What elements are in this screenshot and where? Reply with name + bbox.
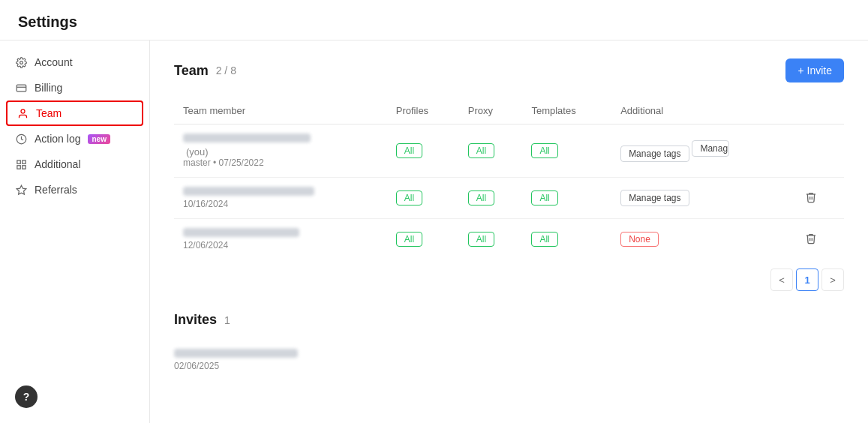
svg-rect-9 <box>22 165 25 168</box>
templates-tag: All <box>531 143 557 158</box>
page-header: Settings <box>0 0 868 40</box>
sidebar-item-action-log-label: Action log <box>35 133 80 145</box>
team-count: 2 / 8 <box>216 64 236 76</box>
sidebar-item-additional[interactable]: Additional <box>0 152 149 177</box>
sidebar-item-team-label: Team <box>36 107 62 119</box>
invite-name-blurred <box>174 349 298 358</box>
col-actions <box>793 98 844 124</box>
member-additional: Manage tags <box>611 178 792 219</box>
svg-rect-10 <box>17 165 20 168</box>
invites-section: Invites 1 02/06/2025 <box>174 312 844 380</box>
star-icon <box>15 184 27 196</box>
member-meta: master • 07/25/2022 <box>183 158 378 168</box>
member-date: 12/06/2024 <box>183 240 228 250</box>
billing-icon <box>15 82 27 94</box>
templates-tag: All <box>531 232 557 247</box>
team-section-header: Team 2 / 8 + Invite <box>174 58 844 82</box>
additional-manage-tags[interactable]: Manage tags <box>620 146 689 162</box>
member-meta: 12/06/2024 <box>183 240 378 250</box>
col-team-member: Team member <box>174 98 387 124</box>
main-content: Team 2 / 8 + Invite Team member Profiles… <box>150 40 868 423</box>
table-row: 10/16/2024 All All All Manage tags <box>174 178 844 219</box>
member-profiles: All <box>387 178 459 219</box>
member-profiles: All <box>387 219 459 260</box>
delete-member-button[interactable] <box>802 188 820 208</box>
proxy-tag: All <box>468 143 494 158</box>
member-info: 10/16/2024 <box>183 187 378 209</box>
profiles-tag: All <box>396 143 422 158</box>
proxy-tag: All <box>468 232 494 247</box>
pagination: < 1 > <box>174 268 844 291</box>
sidebar-item-additional-label: Additional <box>35 158 81 170</box>
team-title: Team <box>174 63 209 79</box>
team-section-title: Team 2 / 8 <box>174 63 236 79</box>
member-additional: Manage tags Manag <box>611 124 792 178</box>
additional-none: None <box>620 232 659 247</box>
team-table: Team member Profiles Proxy Templates Add… <box>174 98 844 260</box>
col-templates: Templates <box>522 98 611 124</box>
page-title: Settings <box>18 14 850 31</box>
member-role: master <box>183 158 211 168</box>
svg-point-0 <box>20 61 23 64</box>
member-name-blurred <box>183 228 299 237</box>
sidebar-item-billing-label: Billing <box>35 82 62 94</box>
member-date: 07/25/2022 <box>219 158 264 168</box>
sidebar-item-team[interactable]: Team <box>6 100 143 126</box>
member-meta: 10/16/2024 <box>183 199 378 209</box>
app-layout: Settings Account Billing <box>0 0 868 423</box>
additional-manage-tags[interactable]: Manage tags <box>620 190 689 206</box>
member-profiles: All <box>387 124 459 178</box>
member-proxy: All <box>459 124 523 178</box>
sidebar: Account Billing Team <box>0 40 150 423</box>
col-proxy: Proxy <box>459 98 523 124</box>
prev-page-button[interactable]: < <box>770 268 793 291</box>
profiles-tag: All <box>396 190 422 206</box>
proxy-tag: All <box>468 190 494 206</box>
svg-marker-11 <box>17 185 26 194</box>
sidebar-item-referrals[interactable]: Referrals <box>0 177 149 202</box>
new-badge: new <box>88 134 110 144</box>
invites-title: Invites <box>174 312 217 328</box>
member-action[interactable] <box>793 219 844 260</box>
sidebar-item-action-log[interactable]: Action log new <box>0 126 149 152</box>
member-additional: None <box>611 219 792 260</box>
member-cell: 10/16/2024 <box>174 178 387 219</box>
help-button[interactable]: ? <box>15 386 38 408</box>
invites-count: 1 <box>224 314 230 326</box>
member-proxy: All <box>459 178 523 219</box>
svg-rect-8 <box>22 160 25 163</box>
profiles-tag: All <box>396 232 422 247</box>
member-action <box>793 124 844 178</box>
svg-point-3 <box>21 109 25 112</box>
invites-header: Invites 1 <box>174 312 844 328</box>
member-name-blurred <box>183 187 314 196</box>
col-profiles: Profiles <box>387 98 459 124</box>
member-templates: All <box>522 219 611 260</box>
invite-date: 02/06/2025 <box>174 361 844 371</box>
sidebar-item-account[interactable]: Account <box>0 50 149 75</box>
invite-item: 02/06/2025 <box>174 340 844 380</box>
member-cell: (you) master • 07/25/2022 <box>174 124 387 178</box>
svg-rect-1 <box>17 85 26 92</box>
sidebar-item-billing[interactable]: Billing <box>0 75 149 100</box>
member-proxy: All <box>459 219 523 260</box>
grid-icon <box>15 158 27 170</box>
invite-button[interactable]: + Invite <box>785 58 844 82</box>
current-page-button[interactable]: 1 <box>796 268 818 291</box>
team-icon <box>17 107 29 119</box>
table-row: 12/06/2024 All All All None <box>174 219 844 260</box>
table-header-row: Team member Profiles Proxy Templates Add… <box>174 98 844 124</box>
clock-icon <box>15 133 27 145</box>
sidebar-item-referrals-label: Referrals <box>35 184 77 196</box>
member-action[interactable] <box>793 178 844 219</box>
table-row: (you) master • 07/25/2022 All All All <box>174 124 844 178</box>
svg-rect-7 <box>17 160 20 163</box>
next-page-button[interactable]: > <box>821 268 844 291</box>
member-date: 10/16/2024 <box>183 199 228 209</box>
member-info: 12/06/2024 <box>183 228 378 250</box>
body: Account Billing Team <box>0 40 868 423</box>
delete-member-button[interactable] <box>802 230 820 250</box>
templates-tag: All <box>531 190 557 206</box>
member-cell: 12/06/2024 <box>174 219 387 260</box>
additional-manage[interactable]: Manag <box>692 140 729 157</box>
